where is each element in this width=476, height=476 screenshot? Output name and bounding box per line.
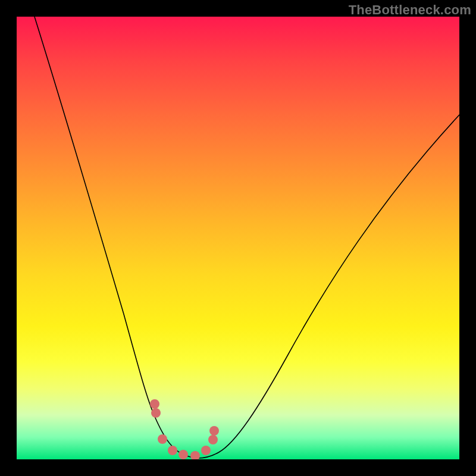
svg-point-4: [178, 450, 188, 459]
svg-point-0: [150, 399, 159, 409]
svg-point-5: [190, 451, 200, 459]
curve-right: [198, 115, 459, 458]
svg-point-6: [201, 446, 211, 455]
svg-point-2: [158, 434, 167, 444]
chart-plot-area: [17, 17, 459, 459]
bottleneck-curve: [17, 17, 459, 459]
svg-point-8: [209, 426, 219, 436]
data-beads: [150, 399, 219, 459]
svg-point-1: [151, 408, 161, 418]
svg-point-3: [168, 446, 177, 455]
watermark-text: TheBottleneck.com: [349, 2, 471, 18]
curve-left: [35, 17, 198, 458]
svg-point-7: [208, 435, 218, 444]
